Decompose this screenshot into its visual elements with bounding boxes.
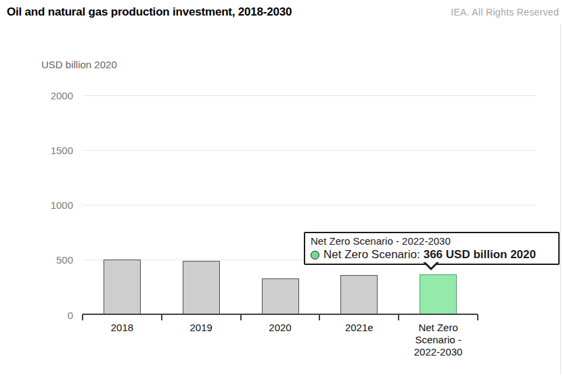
- x-axis-label: 2019: [162, 322, 240, 334]
- x-axis-tick: [477, 314, 478, 320]
- y-tick-label: 2000: [31, 90, 73, 101]
- copyright-text: IEA. All Rights Reserved: [451, 7, 559, 18]
- bar-2019[interactable]: [183, 261, 220, 314]
- tooltip-caret-fill: [423, 260, 439, 268]
- y-tick-label: 0: [31, 310, 73, 321]
- tooltip-series-label: Net Zero Scenario:: [323, 247, 420, 262]
- x-axis-tick: [82, 314, 83, 320]
- bar-2018[interactable]: [104, 260, 141, 314]
- x-axis-tick: [240, 314, 242, 320]
- right-border-line: [560, 24, 561, 374]
- tooltip-value: 366 USD billion 2020: [424, 247, 536, 262]
- y-tick-label: 500: [31, 254, 73, 266]
- x-axis-label: 2018: [83, 322, 161, 334]
- x-axis-label: 2021e: [320, 322, 399, 334]
- chart-title: Oil and natural gas production investmen…: [7, 5, 292, 19]
- y-tick-label: 1000: [31, 199, 73, 211]
- x-axis-tick: [319, 314, 320, 320]
- bar-net-zero-scenario-2022-2030[interactable]: [420, 274, 457, 314]
- tooltip-period-label: Net Zero Scenario - 2022-2030: [311, 235, 553, 247]
- y-axis-unit-label: USD billion 2020: [41, 59, 117, 70]
- gridline: [83, 95, 536, 96]
- bar-2021e[interactable]: [340, 275, 378, 314]
- gridline: [83, 205, 536, 205]
- x-axis-tick: [161, 314, 162, 320]
- series-marker-icon: [311, 251, 319, 260]
- x-axis-label: Net ZeroScenario -2022-2030: [399, 322, 478, 358]
- x-axis-tick: [398, 314, 399, 320]
- tooltip: Net Zero Scenario - 2022-2030 Net Zero S…: [304, 232, 560, 265]
- y-tick-label: 1500: [31, 145, 73, 156]
- chart-canvas: Oil and natural gas production investmen…: [0, 0, 563, 392]
- bar-2020[interactable]: [262, 278, 299, 314]
- gridline: [83, 150, 536, 151]
- x-axis-label: 2020: [241, 322, 319, 334]
- x-axis-line: [83, 314, 478, 315]
